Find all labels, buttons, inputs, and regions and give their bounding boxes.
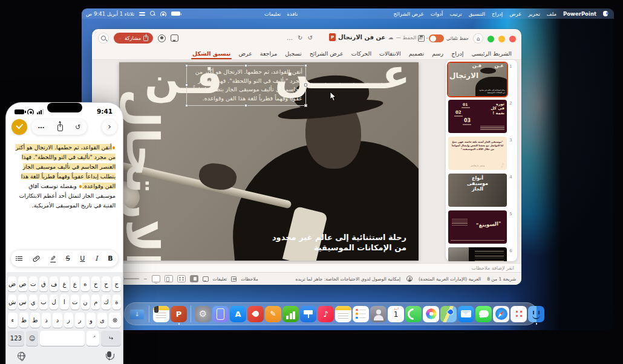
selection-handle-start[interactable] [113, 146, 116, 149]
key[interactable]: ب [39, 294, 48, 310]
dock-settings-icon[interactable]: ⚙ [195, 306, 211, 322]
normal-view-button[interactable] [190, 275, 198, 282]
dock-numbers-icon[interactable] [282, 306, 299, 322]
menu-slideshow[interactable]: عرض الشرائح [394, 11, 424, 17]
tab-draw[interactable]: رسم [432, 48, 443, 59]
key[interactable]: ة [113, 294, 121, 310]
slide-title-word-3[interactable]: الارتجال [120, 89, 165, 261]
dock-music-icon[interactable]: ♪ [318, 306, 334, 322]
dock-downloads-folder-icon[interactable] [129, 306, 145, 322]
dock-messages-icon[interactable] [475, 306, 492, 322]
bold-button[interactable]: B [108, 255, 113, 262]
more-button[interactable]: … [38, 122, 45, 130]
resize-handle[interactable] [244, 104, 247, 107]
key[interactable]: ى [97, 313, 107, 328]
list-icon[interactable] [16, 256, 22, 261]
dock-rocket-app-icon[interactable] [247, 306, 264, 322]
wifi-icon[interactable] [160, 11, 166, 16]
forward-chevron-button[interactable]: › [102, 119, 117, 135]
close-traffic-light[interactable] [509, 36, 516, 42]
dock-keynote-icon[interactable] [300, 306, 316, 322]
space-key[interactable] [40, 331, 85, 346]
dock-app-store-icon[interactable]: A [230, 306, 246, 322]
resize-handle[interactable] [304, 83, 307, 86]
key[interactable]: غ [60, 276, 68, 291]
slide-thumbnail-5[interactable]: "السوينغ" [448, 210, 507, 244]
key[interactable]: د [53, 313, 62, 328]
dock-app-library-icon[interactable] [510, 306, 527, 322]
autosave-toggle[interactable] [429, 34, 444, 42]
tab-insert[interactable]: إدراج [451, 48, 463, 59]
menu-arrange[interactable]: ترتيب [449, 11, 462, 17]
slide-body-text[interactable]: أتقن القواعد، ثم حطمها. الارتجال هو أكثر… [190, 68, 302, 103]
apple-logo-icon[interactable] [603, 11, 608, 16]
dock-reminders-icon[interactable] [353, 306, 369, 322]
menu-bar-clock[interactable]: ثلاثاء 1 أبريل 9:41 ص [86, 11, 134, 17]
strikethrough-button[interactable]: S [66, 255, 70, 262]
key[interactable]: ه [81, 276, 90, 291]
search-icon[interactable] [98, 33, 109, 44]
tab-record[interactable]: تسجيل [285, 48, 301, 59]
dock-pen-app-icon[interactable]: ✎ [265, 306, 281, 322]
dock-iphone-mirroring-icon[interactable] [212, 306, 229, 322]
dock-phone-icon[interactable] [405, 306, 422, 322]
minimize-traffic-light[interactable] [498, 36, 505, 42]
key[interactable]: ي [29, 294, 38, 310]
key[interactable]: ء [8, 313, 18, 328]
notes-button[interactable]: ملاحظات [241, 276, 258, 282]
accessibility-status[interactable]: إمكانية الوصول لذوي الاحتياجات الخاصة: ج… [296, 276, 401, 282]
selection-handle-end[interactable] [79, 185, 82, 188]
dock-finder-icon[interactable] [528, 306, 544, 322]
reading-view-button[interactable] [165, 275, 173, 282]
comment-icon[interactable] [171, 34, 178, 42]
slide-thumbnail-4[interactable]: أنواع موسيقى الجاز [448, 174, 507, 207]
home-icon[interactable]: ⌂ [473, 33, 483, 44]
dock-powerpoint-icon[interactable]: P [171, 306, 187, 322]
return-key-icon[interactable] [101, 331, 121, 346]
dock-notes-icon[interactable] [335, 306, 351, 322]
slide-sorter-view-button[interactable] [177, 275, 186, 282]
tab-review[interactable]: مراجعة [260, 48, 278, 59]
key[interactable]: خ [91, 276, 100, 291]
italic-button[interactable]: I [95, 255, 97, 262]
slide-subtitle[interactable]: رحلة استثنائية إلى عالم غير محدود من الإ… [272, 232, 406, 253]
key[interactable]: ث [29, 276, 38, 291]
iphone-document-text[interactable]: أتقن القواعد، ثم حطمها. الارتجال هو أكثر… [12, 143, 116, 210]
tab-transitions[interactable]: الانتقالات [379, 48, 401, 59]
battery-icon[interactable] [171, 11, 180, 16]
slide-thumbnail-1[interactable]: عـن فـن الارتجال رحلة استثنائية إلى عالم… [448, 63, 507, 96]
underline-button[interactable]: U [80, 255, 85, 262]
zoom-out-button[interactable]: − [143, 276, 147, 282]
key[interactable]: ح [102, 276, 110, 291]
key[interactable]: ل [50, 294, 58, 310]
key[interactable]: ز [64, 313, 74, 328]
key[interactable]: ق [39, 276, 48, 291]
key[interactable]: ض [8, 276, 16, 291]
dock-mail-icon[interactable] [458, 306, 474, 322]
key[interactable]: س [18, 294, 27, 310]
key[interactable]: ن [81, 294, 90, 310]
resize-handle[interactable] [304, 104, 307, 107]
slide-canvas[interactable]: عـــــن فـن الارتجال أتقن [119, 62, 419, 261]
menu-edit[interactable]: تحرير [528, 11, 540, 17]
dock-photos-icon[interactable] [423, 306, 439, 322]
link-icon[interactable] [32, 255, 40, 262]
record-icon[interactable] [158, 34, 166, 42]
resize-handle[interactable] [244, 64, 247, 67]
zoom-traffic-light[interactable] [488, 36, 494, 42]
control-center-icon[interactable] [139, 11, 145, 16]
notes-placeholder[interactable]: انقر لإضافة ملاحظات [472, 265, 514, 271]
menu-window[interactable]: نافذة [287, 11, 298, 17]
key[interactable]: ظ [19, 313, 29, 328]
tab-design[interactable]: تصميم [409, 48, 425, 59]
resize-handle[interactable] [185, 83, 188, 86]
tab-animations[interactable]: الحركات [351, 48, 371, 59]
language-status[interactable]: العربية (الإمارات العربية المتحدة) [419, 276, 481, 282]
key[interactable]: ك [102, 294, 110, 310]
menu-tools[interactable]: أدوات [431, 11, 443, 17]
key[interactable]: ت [71, 294, 79, 310]
slide-thumbnail-3[interactable]: ♪ ♪ "موسيقى الجاز أشبه بلغة خاصة، فهي تت… [448, 137, 507, 170]
key[interactable]: و [86, 313, 96, 328]
undo-button[interactable]: ↺ [307, 34, 312, 41]
key[interactable]: ص [18, 276, 27, 291]
